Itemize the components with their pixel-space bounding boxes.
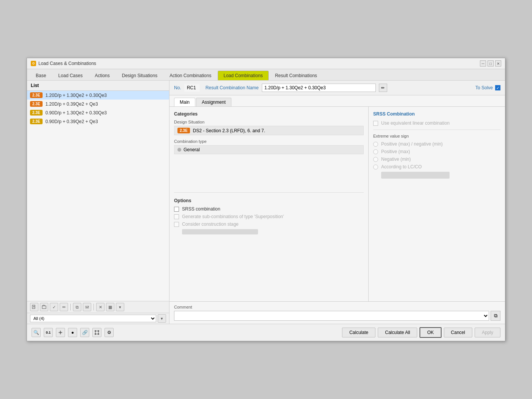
- tab-base[interactable]: Base: [30, 71, 52, 80]
- comment-copy-button[interactable]: ⧉: [491, 311, 500, 321]
- dot-button[interactable]: ●: [68, 328, 77, 337]
- radio-pos-neg[interactable]: [373, 142, 378, 147]
- list-item[interactable]: 2.3E 0.90D/p + 0.39Qe2 + Qe3: [27, 117, 169, 126]
- title-controls: ─ □ ✕: [480, 60, 501, 66]
- solve-group: To Solve: [475, 85, 500, 90]
- number-display-button[interactable]: 0.1: [44, 328, 53, 337]
- ok-button[interactable]: OK: [420, 327, 441, 338]
- generate-checkbox[interactable]: [174, 214, 179, 219]
- settings-button[interactable]: ⚙: [104, 328, 114, 337]
- title-bar: ⚙ Load Cases & Combinations ─ □ ✕: [27, 58, 505, 69]
- maximize-button[interactable]: □: [488, 60, 494, 66]
- calculate-all-button[interactable]: Calculate All: [378, 328, 417, 337]
- solve-label: To Solve: [475, 85, 493, 90]
- srss-label: SRSS combination: [182, 206, 220, 212]
- comment-section: Comment ⧉: [169, 301, 505, 324]
- srss-combo-row: SRSS combination: [174, 206, 364, 212]
- tab-design-situations[interactable]: Design Situations: [116, 71, 163, 80]
- linear-label: Use equivalent linear combination: [381, 120, 450, 126]
- radio-pos-max-row: Positive (max): [373, 149, 500, 154]
- tab-assignment[interactable]: Assignment: [196, 98, 231, 106]
- left-form: Categories Design Situation 2.3E DS2 - S…: [169, 107, 368, 301]
- tab-main[interactable]: Main: [174, 98, 195, 106]
- ds-label: Design Situation: [174, 120, 364, 124]
- action-buttons: Calculate Calculate All OK Cancel Apply: [342, 327, 500, 338]
- renumber-button[interactable]: 12: [83, 303, 91, 311]
- view1-button[interactable]: ▦: [106, 303, 114, 311]
- list-item[interactable]: 2.3E 0.90D/p + 1.30Qe2 + 0.30Qe3: [27, 108, 169, 117]
- main-content: List 2.3E 1.20D/p + 1.30Qe2 + 0.30Qe3 2.…: [27, 81, 505, 324]
- new-button[interactable]: [30, 303, 38, 311]
- search-tool-button[interactable]: 🔍: [32, 328, 41, 337]
- minimize-button[interactable]: ─: [480, 60, 486, 66]
- construction-checkbox[interactable]: [174, 222, 179, 227]
- construction-row: Consider construction stage: [174, 222, 364, 227]
- list-item[interactable]: 2.3E 1.20D/p + 0.39Qe2 + Qe3: [27, 100, 169, 108]
- axes-button[interactable]: [56, 328, 65, 337]
- main-window: ⚙ Load Cases & Combinations ─ □ ✕ Base L…: [27, 58, 505, 341]
- generate-label: Generate sub-combinations of type 'Super…: [182, 214, 284, 219]
- copy-button[interactable]: ⧉: [73, 303, 81, 311]
- tab-load-cases[interactable]: Load Cases: [52, 71, 88, 80]
- nodes-button[interactable]: [92, 328, 101, 337]
- rc3-formula: 0.90D/p + 1.30Qe2 + 0.30Qe3: [46, 110, 107, 116]
- options-section: Options SRSS combination Generate sub-co…: [174, 196, 364, 234]
- bottom-bar: 🔍 0.1 ● 🔗: [27, 324, 505, 341]
- tab-actions[interactable]: Actions: [89, 71, 115, 80]
- radio-pos-max-label: Positive (max): [381, 149, 410, 154]
- no-group: No. RC1: [174, 84, 200, 92]
- rc4-badge: 2.3E: [30, 119, 43, 124]
- edit-name-button[interactable]: ✏: [379, 84, 387, 92]
- view2-button[interactable]: ▾: [116, 303, 124, 311]
- categories-title: Categories: [174, 111, 364, 117]
- linear-checkbox[interactable]: [373, 121, 378, 126]
- cancel-button[interactable]: Cancel: [444, 328, 472, 337]
- combo-color-dot: [177, 148, 181, 152]
- rc-name-input[interactable]: [262, 84, 376, 92]
- tab-result-combinations[interactable]: Result Combinations: [269, 71, 323, 80]
- no-label: No.: [174, 85, 181, 90]
- rc1-formula: 1.20D/p + 1.30Qe2 + 0.30Qe3: [46, 93, 107, 98]
- main-tab-bar: Base Load Cases Actions Design Situation…: [27, 69, 505, 81]
- link-button[interactable]: 🔗: [80, 328, 89, 337]
- ds-badge: 2.3E: [177, 128, 190, 133]
- title-bar-left: ⚙ Load Cases & Combinations: [31, 61, 96, 66]
- edit-button[interactable]: ✏: [60, 303, 68, 311]
- srss-section: SRSS Combination Use equivalent linear c…: [368, 107, 505, 301]
- extreme-label: Extreme value sign: [373, 134, 500, 138]
- radio-lc-co[interactable]: [373, 165, 378, 169]
- radio-neg-min[interactable]: [373, 157, 378, 162]
- srss-divider: [373, 130, 500, 130]
- construction-disabled-bar: [182, 229, 258, 234]
- list-item[interactable]: 2.3E 1.20D/p + 1.30Qe2 + 0.30Qe3: [27, 91, 169, 100]
- srss-checkbox[interactable]: [174, 207, 179, 212]
- linear-row: Use equivalent linear combination: [373, 120, 500, 126]
- apply-button[interactable]: Apply: [475, 328, 500, 337]
- filter-arrow-button[interactable]: ▾: [158, 314, 166, 323]
- comment-select[interactable]: [174, 311, 489, 321]
- combo-type-value: General: [184, 147, 200, 152]
- tab-load-combinations[interactable]: Load Combinations: [218, 71, 268, 80]
- comment-label: Comment: [174, 305, 500, 309]
- open-button[interactable]: [40, 303, 48, 311]
- rc4-formula: 0.90D/p + 0.39Qe2 + Qe3: [46, 119, 98, 124]
- calculate-button[interactable]: Calculate: [342, 328, 375, 337]
- rc2-badge: 2.3E: [30, 101, 43, 107]
- radio-lc-co-row: According to LC/CO: [373, 164, 500, 169]
- rc-header: No. RC1 Result Combination Name ✏ To Sol…: [169, 81, 505, 95]
- lc-co-input-disabled: [381, 172, 450, 179]
- comment-input-row: ⧉: [174, 311, 500, 321]
- tab-action-combinations[interactable]: Action Combinations: [164, 71, 217, 80]
- toolbar-separator: [93, 304, 94, 310]
- construction-label: Consider construction stage: [182, 222, 239, 227]
- design-situation-row: 2.3E DS2 - Section 2.3 (LRFD), 6. and 7.: [174, 126, 364, 135]
- delete-button[interactable]: ✕: [96, 303, 104, 311]
- close-button[interactable]: ✕: [495, 60, 501, 66]
- list-toolbar: ✓ ✏ ⧉ 12 ✕ ▦ ▾: [27, 301, 169, 313]
- combo-type-label: Combination type: [174, 139, 364, 144]
- filter-select[interactable]: All (4): [30, 315, 156, 322]
- solve-checkbox[interactable]: [495, 85, 500, 90]
- check-button[interactable]: ✓: [50, 303, 58, 311]
- radio-pos-neg-label: Positive (max) / negative (min): [381, 141, 443, 147]
- radio-pos-max[interactable]: [373, 149, 378, 154]
